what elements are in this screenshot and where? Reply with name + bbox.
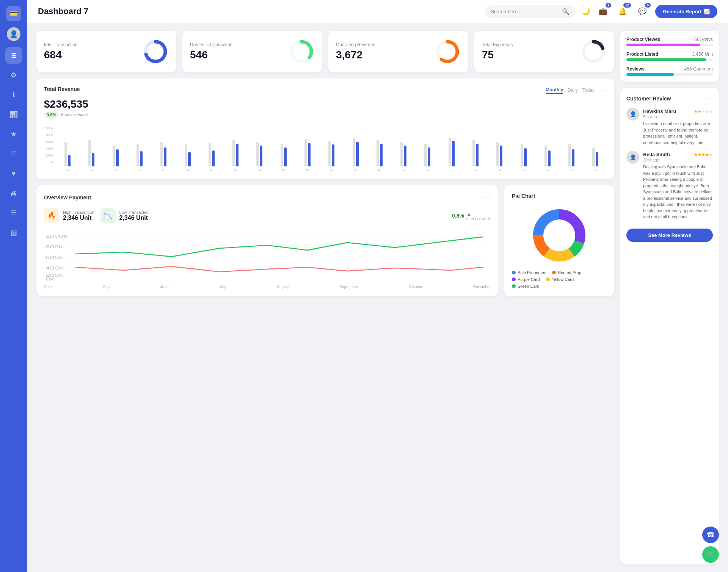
metrics-card: Product Viewed 561/days Product Listed 3…	[620, 31, 719, 82]
sidebar-item-heart-outline[interactable]: ♡	[5, 146, 22, 162]
metric-name-2: Reviews	[626, 66, 645, 72]
progress-fill-2	[626, 73, 674, 76]
stat-card-inter-transaction: Inter. transaction 684	[36, 31, 176, 72]
sidebar-item-dashboard[interactable]: ⊞	[5, 47, 22, 64]
bar-group	[176, 129, 199, 166]
metric-top-0: Product Viewed 561/days	[626, 37, 713, 42]
header: Dashboard 7 🔍 🌙 💼 2 🔔 12 💬 5 Generate Re…	[27, 0, 728, 23]
metric-product-viewed: Product Viewed 561/days	[626, 37, 713, 46]
metric-val-1: 3,456 Unit	[692, 52, 713, 57]
sidebar-item-print[interactable]: 🖨	[5, 185, 22, 202]
bar-gray	[544, 146, 547, 166]
sidebar-item-info[interactable]: ℹ	[5, 86, 22, 103]
stat-card-total-expenses: Total Expenses 75	[474, 31, 614, 72]
bar-blue	[188, 152, 191, 166]
bar-label: 14	[248, 168, 271, 172]
sidebar-item-chart[interactable]: 📊	[5, 106, 22, 123]
bar-blue	[68, 155, 71, 166]
bar-gray	[64, 142, 67, 166]
payment-pct-sub: ▲ than last week	[466, 211, 491, 221]
sidebar-item-heart-filled[interactable]: ♥	[5, 165, 22, 182]
review-content-0: Hawkins Maru ★★★★★ 5m ago I viewed a num…	[643, 108, 713, 146]
sidebar-item-star[interactable]: ★	[5, 126, 22, 143]
chart-more-menu[interactable]: ⋯	[599, 86, 607, 95]
bar-blue	[284, 147, 287, 166]
metric-name-0: Product Viewed	[626, 37, 661, 42]
legend-rented-prop: Rented Prop	[552, 270, 581, 275]
wallet-button[interactable]: 💼 2	[596, 5, 610, 18]
search-input[interactable]	[491, 9, 559, 14]
bar-gray	[281, 144, 283, 166]
sidebar-item-menu[interactable]: ☰	[5, 205, 22, 221]
stat-value-2: 3,672	[336, 49, 375, 61]
chat-button[interactable]: 💬 5	[635, 5, 649, 18]
high-transaction-value: 2,346 Unit	[63, 215, 94, 221]
stat-card-domestic-transaction: Domestic transaction 546	[182, 31, 322, 72]
payment-pct-value: 0.8%	[452, 213, 464, 219]
bar-gray	[353, 138, 355, 166]
bar-gray	[304, 139, 307, 166]
pie-legend: Sale Properties Rented Prop Purple Card	[512, 270, 607, 288]
donut-2	[434, 38, 461, 65]
bell-button[interactable]: 🔔 12	[616, 5, 629, 18]
svg-text:800k: 800k	[46, 245, 63, 249]
main-area: Dashboard 7 🔍 🌙 💼 2 🔔 12 💬 5 Generate Re…	[27, 0, 728, 572]
bar-group	[392, 129, 414, 166]
bar-group	[272, 129, 295, 166]
payment-more-menu[interactable]: ⋯	[483, 193, 491, 202]
dot-purple-card	[512, 277, 516, 281]
payment-title: Overview Payment	[44, 194, 91, 201]
legend-rented-label: Rented Prop	[558, 270, 581, 275]
wallet-badge: 2	[606, 3, 611, 8]
chat-badge: 5	[645, 3, 651, 8]
header-icons: 🌙 💼 2 🔔 12 💬 5 Generate Report 📈	[582, 5, 717, 18]
review-name-1: Bella Smith	[643, 152, 670, 157]
svg-point-23	[543, 219, 575, 251]
tab-monthly[interactable]: Monthly	[546, 87, 563, 94]
stat-card-operating-revenue: Operating Revenue 3,672	[328, 31, 468, 72]
page-title: Dashboard 7	[38, 6, 479, 16]
bar-label: 24	[488, 168, 511, 172]
legend-sale-label: Sale Properties	[518, 270, 546, 275]
bar-label: 23	[464, 168, 486, 172]
chart-tabs: Monthly Daily Today ⋯	[546, 86, 607, 95]
bar-label: 17	[320, 168, 343, 172]
low-transaction-info: Low Transaction 2,346 Unit	[119, 210, 150, 221]
bar-label: 16	[296, 168, 318, 172]
bar-gray	[136, 144, 139, 166]
metric-name-1: Product Listed	[626, 52, 658, 57]
sidebar: 💳 👤 ⊞ ⚙ ℹ 📊 ★ ♡ ♥ 🖨 ☰ ▤	[0, 0, 27, 572]
generate-report-button[interactable]: Generate Report 📈	[655, 5, 717, 18]
stat-label-3: Total Expenses	[482, 42, 513, 47]
search-bar[interactable]: 🔍	[485, 5, 576, 18]
bar-gray	[424, 144, 427, 166]
stat-value-3: 75	[482, 49, 513, 61]
bar-label: 22	[440, 168, 463, 172]
search-icon: 🔍	[562, 8, 570, 15]
stat-value-1: 546	[190, 49, 232, 61]
bar-blue	[404, 146, 406, 166]
sidebar-logo: 💳	[6, 6, 21, 21]
cart-float-button[interactable]: 🛒	[702, 546, 719, 563]
sidebar-item-list[interactable]: ▤	[5, 224, 22, 241]
bar-label: 26	[536, 168, 559, 172]
bar-group	[440, 129, 463, 166]
bar-label: 28	[584, 168, 607, 172]
review-name-0: Hawkins Maru	[643, 108, 676, 114]
tab-today[interactable]: Today	[582, 88, 595, 94]
reviews-more-menu[interactable]: ⋯	[705, 94, 713, 103]
legend-yellow-card: Yellow Card	[546, 277, 574, 282]
theme-toggle-icon[interactable]: 🌙	[582, 7, 590, 16]
bar-gray	[592, 147, 595, 166]
review-item-1: 👤 Bella Smith ★★★★★ 20m ago Dealing with…	[626, 151, 713, 220]
see-more-reviews-button[interactable]: See More Reviews	[626, 229, 713, 242]
bar-blue	[596, 152, 598, 166]
bar-label: 11	[176, 168, 199, 172]
tab-daily[interactable]: Daily	[568, 88, 578, 94]
bar-gray	[256, 142, 259, 166]
bar-label: 08	[104, 168, 127, 172]
sidebar-item-settings[interactable]: ⚙	[5, 67, 22, 83]
reviews-card: Customer Review ⋯ 👤 Hawkins Maru ★★★★★ 5…	[620, 88, 719, 564]
revenue-amount: $236,535	[44, 98, 607, 110]
support-float-button[interactable]: ☎	[702, 527, 719, 543]
